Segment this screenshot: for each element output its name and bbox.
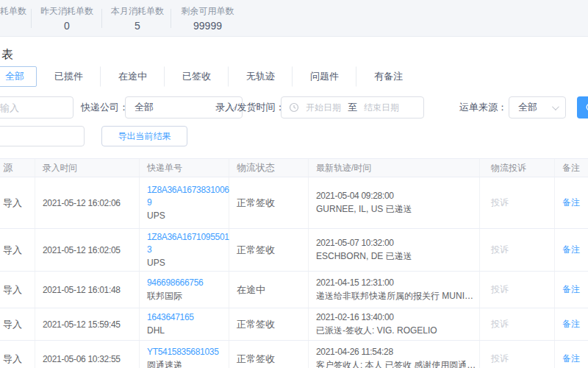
latest-track-text: ESCHBORN, DE 已递送 (316, 250, 476, 263)
table-row: 导入 2021-05-12 15:59:45 1643647165 DHL 正常… (0, 308, 588, 341)
tab-no-track[interactable]: 无轨迹 (229, 66, 293, 87)
shipments-table: 源 录入时间 快递单号 物流状态 最新轨迹/时间 物流投诉 备注 导入 2021… (0, 158, 588, 368)
table-row: 导入 2021-05-12 16:01:48 946698666756 联邦国际… (0, 272, 588, 308)
header-status: 物流状态 (229, 159, 309, 177)
stat-value: 99999 (173, 18, 243, 33)
cell-source: 导入 (0, 272, 35, 308)
stat-label: 昨天消耗单数 (33, 5, 101, 17)
stat-item: 耗单数 (0, 5, 26, 18)
stat-item: 本月消耗单数 5 (104, 5, 171, 33)
stat-value: 5 (104, 18, 171, 33)
tab-picked-up[interactable]: 已揽件 (37, 66, 101, 87)
complaint-link[interactable]: 投诉 (491, 353, 554, 365)
remark-link[interactable]: 备注 (562, 283, 588, 296)
tab-problem[interactable]: 问题件 (293, 66, 356, 87)
tab-has-remark[interactable]: 有备注 (356, 66, 420, 87)
header-latest-track: 最新轨迹/时间 (309, 159, 480, 177)
complaint-link[interactable]: 投诉 (491, 197, 554, 209)
divider (101, 9, 102, 28)
tab-signed[interactable]: 已签收 (165, 66, 229, 87)
filter-bar: 快递公司： 全部 录入/发货时间： 开始日期 至 结束日期 运单来源： 全部 (0, 96, 588, 118)
secondary-action-button[interactable] (0, 126, 85, 146)
cell-created-time: 2021-05-12 16:02:05 (35, 229, 140, 271)
search-button[interactable] (577, 96, 588, 118)
table-row: 导入 2021-05-12 16:02:06 1Z8A36A1673831006… (0, 177, 588, 229)
table-row: 导入 2021-05-12 16:02:05 1Z8A36A1671095501… (0, 229, 588, 272)
complaint-link[interactable]: 投诉 (491, 244, 554, 256)
latest-track-time: 2021-04-26 11:54:28 (316, 346, 479, 358)
courier-select-value: 全部 (135, 101, 154, 114)
remark-link[interactable]: 备注 (562, 318, 588, 330)
latest-track-text: 客户签收人: 本人 已签收 感谢使用圆通速递... (316, 359, 476, 368)
tracking-number-link[interactable]: YT5415835681035 (147, 346, 229, 358)
cell-latest-track: 2021-02-16 13:40:00 已派送-签收人: VIG. ROGELI… (309, 308, 480, 340)
courier-name: UPS (147, 257, 229, 269)
cell-complaint: 投诉 (480, 229, 555, 271)
latest-track-time: 2021-02-16 13:40:00 (316, 311, 479, 324)
table-row: 导入 2021-05-06 10:32:55 YT5415835681035 圆… (0, 341, 588, 368)
page-title: 表 (1, 47, 13, 63)
divider (31, 9, 32, 28)
cell-remark: 备注 (555, 308, 588, 340)
courier-name: UPS (147, 210, 229, 222)
latest-track-text: 递送给非联邦快递所属的报关行 MUNICIPI... (316, 290, 476, 302)
source-filter-label: 运单来源： (459, 96, 507, 118)
date-range-picker[interactable]: 开始日期 至 结束日期 (281, 96, 424, 118)
cell-complaint: 投诉 (480, 272, 555, 308)
latest-track-text: 已派送-签收人: VIG. ROGELIO (316, 325, 476, 337)
header-created-time: 录入时间 (35, 159, 140, 177)
cell-latest-track: 2021-05-04 09:28:00 GURNEE, IL, US 已递送 (309, 177, 480, 228)
tab-in-transit[interactable]: 在途中 (101, 66, 165, 87)
source-select[interactable]: 全部 (509, 96, 566, 118)
tracking-number-link[interactable]: 1Z8A36A16710955013 (147, 231, 229, 256)
stat-label: 剩余可用单数 (173, 5, 243, 17)
cell-created-time: 2021-05-06 10:32:55 (35, 341, 140, 368)
latest-track-time: 2021-04-15 12:31:00 (316, 277, 479, 289)
remark-link[interactable]: 备注 (562, 197, 588, 209)
end-date-placeholder[interactable]: 结束日期 (364, 102, 399, 114)
cell-complaint: 投诉 (480, 308, 555, 340)
status-tabs: 全部 已揽件 在途中 已签收 无轨迹 问题件 有备注 (0, 66, 420, 87)
stat-label: 本月消耗单数 (104, 5, 171, 17)
cell-remark: 备注 (555, 341, 588, 368)
complaint-link[interactable]: 投诉 (491, 283, 554, 296)
stat-item: 昨天消耗单数 0 (33, 5, 101, 33)
quota-stats-bar: 耗单数 昨天消耗单数 0 本月消耗单数 5 剩余可用单数 99999 (0, 0, 588, 37)
keyword-input[interactable] (0, 96, 74, 118)
tab-all[interactable]: 全部 (0, 66, 37, 87)
cell-tracking: 1Z8A36A16710955013 UPS (140, 229, 229, 271)
cell-source: 导入 (0, 229, 35, 271)
stat-item: 剩余可用单数 99999 (173, 5, 243, 33)
export-results-button[interactable]: 导出当前结果 (101, 126, 187, 146)
cell-latest-track: 2021-04-26 11:54:28 客户签收人: 本人 已签收 感谢使用圆通… (309, 341, 480, 368)
remark-link[interactable]: 备注 (562, 353, 588, 365)
cell-status: 在途中 (229, 272, 309, 308)
cell-created-time: 2021-05-12 15:59:45 (35, 308, 140, 340)
time-filter-label: 录入/发货时间： (215, 96, 285, 118)
courier-name: DHL (147, 325, 229, 337)
latest-track-time: 2021-05-04 09:28:00 (316, 190, 479, 202)
search-icon (585, 102, 588, 113)
cell-created-time: 2021-05-12 16:01:48 (35, 272, 140, 308)
tracking-number-link[interactable]: 946698666756 (147, 277, 229, 289)
header-source: 源 (0, 159, 35, 177)
chevron-down-icon (552, 103, 559, 110)
complaint-link[interactable]: 投诉 (491, 318, 554, 330)
clock-icon (289, 102, 299, 113)
courier-name: 圆通速递 (147, 359, 229, 368)
tracking-number-link[interactable]: 1643647165 (147, 311, 229, 324)
cell-complaint: 投诉 (480, 177, 555, 228)
header-remark: 备注 (555, 159, 588, 177)
remark-link[interactable]: 备注 (562, 244, 588, 256)
tracking-number-link[interactable]: 1Z8A36A16738310069 (147, 184, 229, 209)
courier-filter-label: 快递公司： (81, 96, 129, 118)
logistics-tracking-page: 耗单数 昨天消耗单数 0 本月消耗单数 5 剩余可用单数 99999 表 全部 … (0, 0, 588, 368)
cell-remark: 备注 (555, 177, 588, 228)
cell-status: 正常签收 (229, 229, 309, 271)
cell-remark: 备注 (555, 229, 588, 271)
cell-source: 导入 (0, 308, 35, 340)
cell-status: 正常签收 (229, 341, 309, 368)
cell-source: 导入 (0, 177, 35, 228)
start-date-placeholder[interactable]: 开始日期 (306, 102, 341, 114)
table-header-row: 源 录入时间 快递单号 物流状态 最新轨迹/时间 物流投诉 备注 (0, 158, 588, 177)
